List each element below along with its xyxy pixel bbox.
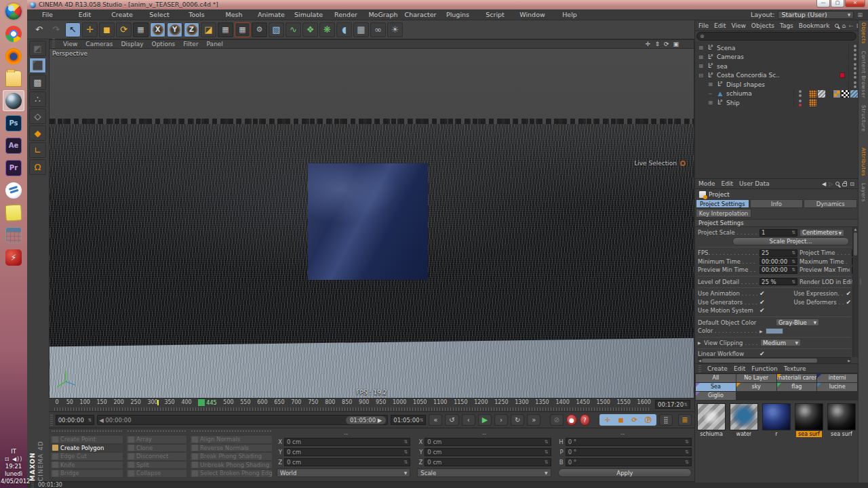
layer-filter-button[interactable]: No Layer <box>736 374 776 382</box>
antivirus-icon[interactable]: ⚡ <box>3 247 24 268</box>
mat-menu-edit[interactable]: Edit <box>734 365 745 372</box>
home-icon[interactable]: ⌂ <box>842 22 846 29</box>
premiere-icon[interactable]: Pr <box>3 157 24 178</box>
add-cube-button[interactable]: ▧ <box>269 22 284 37</box>
material-item[interactable]: water <box>729 403 759 437</box>
om-menu-tags[interactable]: Tags <box>780 22 793 29</box>
menu-item[interactable]: Script <box>480 11 510 18</box>
render-lod-checkbox[interactable] <box>860 279 861 285</box>
render-region-button[interactable]: ▦ <box>235 22 250 37</box>
command-button[interactable]: Reverse Normals <box>190 444 273 453</box>
object-row[interactable]: Scena <box>695 43 858 53</box>
texture-tag-icon[interactable] <box>842 90 849 98</box>
clear-search-icon[interactable]: ⊗ <box>700 33 705 39</box>
panel-grip[interactable] <box>52 39 55 49</box>
palette-grip[interactable] <box>52 430 122 434</box>
spline-button[interactable]: ∿ <box>285 22 301 37</box>
layer-filter-button[interactable]: Giglio <box>696 392 736 400</box>
network-icon[interactable]: ⊡ <box>5 456 10 462</box>
minimize-button[interactable]: — <box>816 0 830 7</box>
attribute-tab-key-interpolation[interactable]: Key Interpolation <box>696 209 751 218</box>
layout-select[interactable]: Startup (User)▼ <box>778 11 854 19</box>
titlebar[interactable]: CINEMA 4D R13.058 Studio - [anim_v_TEASE… <box>27 0 868 9</box>
play-button[interactable]: ▶ <box>478 414 492 426</box>
zoom-view-icon[interactable]: ⇕ <box>654 41 660 47</box>
om-menu-objects[interactable]: Objects <box>751 22 774 29</box>
move-tool[interactable]: ✛ <box>82 22 98 37</box>
material-item[interactable]: schiuma <box>696 403 726 437</box>
scale-project-button[interactable]: Scale Project... <box>732 237 849 245</box>
rotate-tool[interactable]: ⟳ <box>116 22 132 37</box>
lock-icon[interactable] <box>842 183 847 186</box>
visibility-dots[interactable] <box>848 62 858 70</box>
timeline-ruler[interactable]: 0501001502002503003504004455005506006507… <box>49 399 694 412</box>
maximize-button[interactable]: ▢ <box>831 0 844 7</box>
material-thumbnail[interactable] <box>827 403 856 430</box>
menu-item[interactable]: Window <box>517 11 547 18</box>
selection-tag-icon[interactable] <box>833 90 840 98</box>
tab-content-browser[interactable]: Content Browser <box>861 51 867 98</box>
expand-toggle-icon[interactable] <box>698 63 704 69</box>
menu-item[interactable]: MoGraph <box>368 11 398 18</box>
menu-item[interactable]: Mesh <box>219 11 249 18</box>
color-twirl-icon[interactable]: ▶ <box>760 329 764 333</box>
lock-x-button[interactable]: X <box>150 22 165 37</box>
command-button[interactable]: Disconnect <box>126 452 187 461</box>
layer-color-chip[interactable] <box>840 73 845 78</box>
after-effects-icon[interactable]: Ae <box>3 135 24 156</box>
record-position-toggle[interactable]: ✛ <box>601 415 614 425</box>
om-menu-edit[interactable]: Edit <box>714 22 726 29</box>
snap-button[interactable]: Ω <box>29 159 46 175</box>
material-thumbnail[interactable] <box>730 403 758 430</box>
play-backwards-button[interactable]: ↺ <box>445 414 458 426</box>
section-header[interactable]: Project Settings <box>695 219 858 227</box>
menu-item[interactable]: Character <box>406 11 435 18</box>
lock-z-button[interactable]: Z <box>184 22 199 37</box>
rotate-view-icon[interactable]: ⟳ <box>664 41 669 47</box>
viewport-canvas[interactable]: Perspective Live Selection FPS : 19.2 <box>50 49 694 398</box>
expand-toggle-icon[interactable] <box>698 73 704 79</box>
viewport[interactable]: View Cameras Display Options Filter Pane… <box>49 39 694 399</box>
coordinate-space-select[interactable]: World▼ <box>277 468 410 477</box>
layout-grid-icon[interactable]: ⊞ <box>857 12 863 18</box>
rotation-field[interactable]: 0 °⇅ <box>566 458 692 466</box>
messenger-icon[interactable] <box>3 180 24 201</box>
tab-layers[interactable]: Layers <box>861 183 867 202</box>
blue-object[interactable] <box>308 163 428 280</box>
command-button[interactable]: Create Polygon <box>50 444 123 453</box>
menu-item[interactable]: Create <box>107 11 137 18</box>
layer-filter-button[interactable]: interni <box>817 374 857 382</box>
material-thumbnail[interactable] <box>762 403 791 430</box>
expand-toggle-icon[interactable] <box>698 45 704 51</box>
texture-tag-icon[interactable] <box>850 90 858 98</box>
timeline-end-field[interactable]: 00:17:20⇅ <box>655 400 690 409</box>
horizontal-scrollbar[interactable]: ◀▶ <box>698 357 851 363</box>
clock-time[interactable]: 19:21 <box>0 463 31 470</box>
loop-button[interactable]: ↻ <box>511 414 524 426</box>
vp-menu-display[interactable]: Display <box>121 41 143 47</box>
camera-button[interactable]: ∞ <box>370 22 386 37</box>
goto-end-button[interactable]: » <box>527 414 540 426</box>
view-clipping-select[interactable]: Medium▼ <box>760 339 801 346</box>
vp-menu-options[interactable]: Options <box>152 41 176 47</box>
search-icon[interactable] <box>835 182 840 186</box>
explorer-icon[interactable] <box>3 68 24 89</box>
axis-mode-button[interactable]: ∟ <box>29 142 46 158</box>
mat-menu-create[interactable]: Create <box>707 365 728 372</box>
project-scale-field[interactable]: 1⇅ <box>760 229 797 237</box>
object-row[interactable]: Costa Concordia Sc.. <box>695 71 858 81</box>
display-tag-icon[interactable] <box>809 99 816 106</box>
om-menu-file[interactable]: File <box>698 22 709 29</box>
layer-filter-button[interactable]: Sea <box>696 383 736 391</box>
size-field[interactable]: 0 cm⇅ <box>425 448 551 456</box>
lock-y-button[interactable]: Y <box>167 22 182 37</box>
vp-menu-panel[interactable]: Panel <box>207 41 223 47</box>
use-animation-checkbox[interactable]: ✔ <box>760 290 791 297</box>
object-search-input[interactable]: ⊗ <box>696 32 856 41</box>
menu-item[interactable]: Render <box>331 11 361 18</box>
attribute-tab[interactable]: Dynamics <box>804 199 857 208</box>
mat-menu-function[interactable]: Function <box>751 365 777 372</box>
search-icon[interactable] <box>835 24 839 28</box>
photoshop-icon[interactable]: Ps <box>3 113 24 134</box>
menu-item[interactable]: Animate <box>256 11 286 18</box>
